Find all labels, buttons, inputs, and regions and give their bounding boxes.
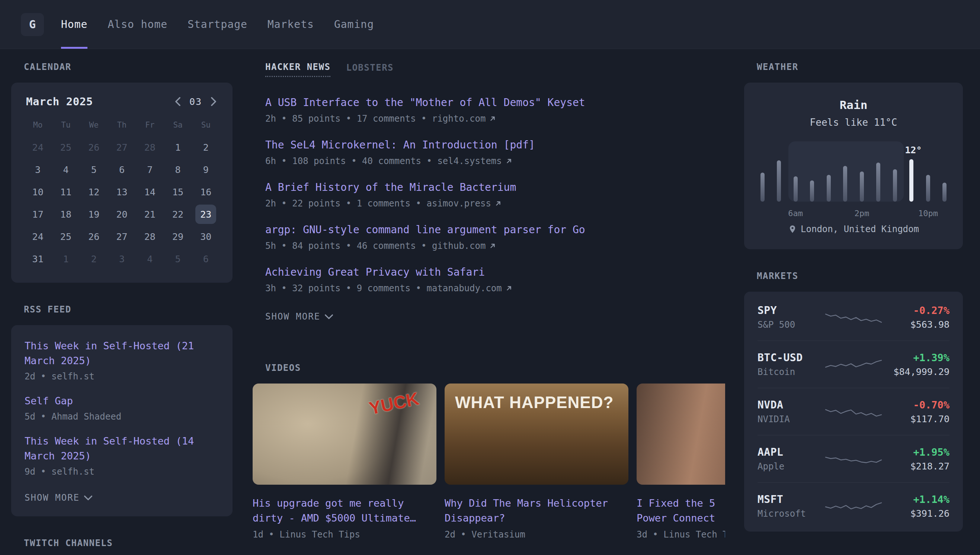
video-title[interactable]: I Fixed the 5 Power Connect [637, 496, 725, 526]
market-change: +1.14% [913, 494, 950, 505]
calendar-day: 12 [80, 181, 108, 203]
thumbnail-overlay-text: YUCK [367, 388, 421, 419]
video-title[interactable]: Why Did The Mars Helicopter Disappear? [444, 496, 629, 526]
weather-hour-label: 10pm [918, 209, 938, 218]
weather-bar [760, 173, 765, 202]
calendar-day: 2 [80, 248, 108, 270]
calendar-day: 31 [24, 248, 52, 270]
news-item-title[interactable]: Achieving Great Privacy with Safari [265, 266, 725, 279]
external-link-icon [505, 158, 512, 164]
rss-item: This Week in Self-Hosted (14 March 2025)… [24, 434, 219, 477]
news-item: Achieving Great Privacy with Safari 3h •… [265, 266, 725, 294]
weather-bar [810, 180, 814, 202]
market-name: NVIDIA [757, 414, 818, 424]
market-sparkline [826, 449, 881, 469]
news-item-title[interactable]: The SeL4 Microkernel: An Introduction [p… [265, 139, 725, 151]
nav-tab[interactable]: Also home [107, 0, 167, 49]
calendar-weekday-label: Th [108, 117, 136, 136]
weather-section-title: WEATHER [757, 62, 963, 72]
rss-show-more-button[interactable]: SHOW MORE [24, 492, 92, 503]
market-ticker: BTC-USD [757, 351, 818, 364]
external-link-icon [505, 285, 512, 292]
market-name: Bitcoin [757, 367, 818, 377]
news-item-title[interactable]: A USB Interface to the "Mother of All De… [265, 96, 725, 109]
calendar-day: 23 [192, 203, 220, 225]
market-price-block: +1.95% $218.27 [889, 446, 950, 472]
calendar-day-grid: 2425262728123456789101112131415161718192… [24, 136, 220, 270]
nav-tab[interactable]: Markets [268, 0, 314, 49]
market-symbol-block: NVDA NVIDIA [757, 399, 818, 424]
calendar-day: 26 [80, 225, 108, 248]
chevron-down-icon [84, 496, 92, 500]
market-row[interactable]: AAPL Apple +1.95% $218.27 [757, 435, 950, 482]
calendar-card: March 2025 03 MoTuWeThFrSaSu [11, 83, 233, 283]
market-symbol-block: BTC-USD Bitcoin [757, 351, 818, 377]
video-thumbnail[interactable] [637, 383, 725, 485]
rss-item: This Week in Self-Hosted (21 March 2025)… [24, 338, 219, 382]
nav-tab[interactable]: Home [61, 0, 87, 49]
market-row[interactable]: NVDA NVIDIA -0.70% $117.70 [757, 388, 950, 435]
market-symbol-block: MSFT Microsoft [757, 493, 818, 519]
video-thumbnail[interactable]: WHAT HAPPENED? [444, 383, 629, 485]
news-item-meta: 6h • 108 points • 40 comments • sel4.sys… [265, 156, 725, 166]
markets-section-title: MARKETS [757, 271, 963, 281]
news-item-meta: 3h • 32 points • 9 comments • matanabudy… [265, 283, 725, 294]
rss-show-more-label: SHOW MORE [24, 492, 80, 503]
news-show-more-button[interactable]: SHOW MORE [265, 311, 333, 322]
market-change: -0.70% [913, 399, 950, 411]
calendar-day: 9 [192, 159, 220, 181]
nav-tab[interactable]: Gaming [334, 0, 374, 49]
tab-lobsters[interactable]: LOBSTERS [346, 62, 394, 77]
calendar-day: 28 [136, 225, 164, 248]
news-item-meta-text: 6h • 108 points • 40 comments • sel4.sys… [265, 156, 502, 166]
news-show-more-label: SHOW MORE [265, 311, 320, 322]
calendar-weekday-label: Sa [164, 117, 192, 136]
tab-hacker-news[interactable]: HACKER NEWS [265, 62, 330, 77]
rss-section-title: RSS FEED [24, 304, 233, 315]
market-sparkline [826, 402, 881, 422]
weather-bar [893, 169, 897, 202]
calendar-controls: 03 [174, 96, 218, 107]
app-logo[interactable]: G [21, 13, 44, 36]
calendar-weekday-label: Tu [52, 117, 80, 136]
market-ticker: NVDA [757, 399, 818, 411]
news-item-meta: 5h • 84 points • 46 comments • github.co… [265, 241, 725, 251]
market-row[interactable]: MSFT Microsoft +1.14% $391.26 [757, 482, 950, 529]
market-row[interactable]: SPY S&P 500 -0.27% $563.98 [757, 294, 950, 340]
rss-item-title[interactable]: This Week in Self-Hosted (21 March 2025) [24, 338, 219, 368]
nav-tab[interactable]: Startpage [188, 0, 247, 49]
video-title[interactable]: His upgrade got me really dirty - AMD $5… [253, 496, 436, 526]
calendar-day: 30 [192, 225, 220, 248]
calendar-weekday-label: Fr [136, 117, 164, 136]
market-symbol-block: SPY S&P 500 [757, 304, 818, 330]
calendar-day: 14 [136, 181, 164, 203]
rss-item-title[interactable]: Self Gap [24, 393, 219, 409]
news-item-title[interactable]: A Brief History of the Miracle Bacterium [265, 181, 725, 194]
news-item-title[interactable]: argp: GNU-style command line argument pa… [265, 223, 725, 236]
dashboard: CALENDAR March 2025 03 MoTuWeT [0, 49, 980, 548]
calendar-day: 13 [108, 181, 136, 203]
news-item: The SeL4 Microkernel: An Introduction [p… [265, 139, 725, 166]
video-card: WHAT HAPPENED? Why Did The Mars Helicopt… [444, 383, 629, 540]
rss-item-title[interactable]: This Week in Self-Hosted (14 March 2025) [24, 434, 219, 464]
weather-bar [843, 166, 847, 202]
rss-card: This Week in Self-Hosted (21 March 2025)… [11, 325, 233, 517]
weather-bar [794, 176, 798, 202]
calendar-weekday-label: Mo [24, 117, 52, 136]
calendar-weekday-row: MoTuWeThFrSaSu [24, 117, 220, 136]
market-row[interactable]: BTC-USD Bitcoin +1.39% $84,999.29 [757, 340, 950, 388]
calendar-day: 3 [108, 248, 136, 270]
calendar-day: 5 [80, 159, 108, 181]
video-card: YUCK His upgrade got me really dirty - A… [253, 383, 436, 540]
calendar-next-button[interactable] [210, 96, 218, 107]
external-link-icon [489, 242, 496, 249]
calendar-prev-button[interactable] [174, 96, 182, 107]
calendar-day: 4 [52, 159, 80, 181]
news-tabs: HACKER NEWS LOBSTERS [253, 62, 725, 77]
video-thumbnail[interactable]: YUCK [253, 383, 436, 485]
market-name: Microsoft [757, 508, 818, 519]
video-meta: 2d • Veritasium [444, 529, 629, 540]
calendar-day: 7 [136, 159, 164, 181]
weather-bar [876, 162, 880, 202]
weather-hour-label: 6am [788, 209, 803, 218]
